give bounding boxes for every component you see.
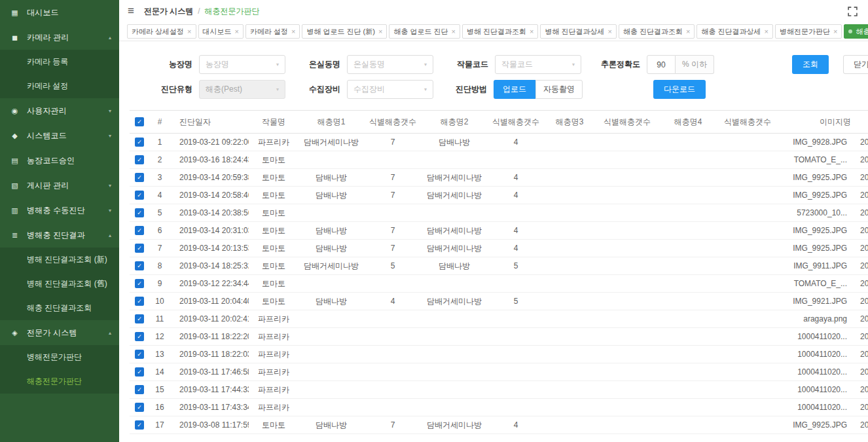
table-row[interactable]: 32019-03-14 20:59:38토마토담배나방7담배거세미나방4IMG_… [130,169,868,187]
table-row[interactable]: 22019-03-16 18:24:43토마토TOMATO_E_...2019 [130,151,868,169]
cell [660,416,716,434]
table-row[interactable]: 72019-03-14 20:13:53토마토담배나방7담배거세미나방4IMG_… [130,240,868,257]
tab-close-icon[interactable]: × [530,28,533,35]
sidebar-subitem-1-0[interactable]: 카메라 등록 [0,50,119,74]
row-checkbox[interactable] [135,385,144,394]
auto-capture-method-button[interactable]: 자동촬영 [535,80,583,99]
download-button[interactable]: 다운로드 [653,80,706,99]
cell: 7 [149,240,170,257]
row-checkbox[interactable] [135,350,144,359]
hamburger-menu-icon[interactable]: ≡ [128,5,134,18]
diagnosis-type-select-value: 해충(Pest) [206,84,242,95]
sidebar-subitem-1-1[interactable]: 카메라 설정 [0,74,119,98]
row-checkbox[interactable] [135,420,144,430]
tab-3[interactable]: 병해 업로드 진단 (新)× [302,24,387,39]
cell: 7 [364,169,422,187]
row-checkbox[interactable] [135,208,144,217]
row-checkbox[interactable] [135,279,144,288]
table-row[interactable]: 132019-03-11 18:22:03파프리카1000411020...20… [130,346,868,363]
tab-close-icon[interactable]: × [765,28,769,35]
row-checkbox[interactable] [135,261,144,270]
cell: IMG_9925.JPG [779,240,851,257]
cell: 담배나방 [298,293,364,310]
sidebar-item-0[interactable]: ▦대시보드 [0,0,119,25]
cell: 담배나방 [298,416,364,434]
farm-name-select[interactable]: 농장명 ▾ [199,55,285,74]
table-row[interactable]: 172019-03-08 11:17:59토마토담배나방7담배거세미나방4IMG… [130,416,868,434]
tab-5[interactable]: 병해 진단결과조회× [462,24,539,39]
app: ▦대시보드◼카메라 관리▴카메라 등록카메라 설정◉사용자관리▾◆시스템코드▾▤… [0,0,868,442]
row-checkbox[interactable] [135,173,144,182]
tab-1[interactable]: 대시보드× [198,24,244,39]
table-row[interactable]: 112019-03-11 20:02:41파프리카aragaya.png201 [130,310,868,328]
table-row[interactable]: 12019-03-21 09:22:00파프리카담배거세미나방7담배나방4IMG… [130,134,868,151]
column-header-5: 해충명2 [422,111,487,134]
greenhouse-select[interactable]: 온실동명 ▾ [347,55,433,74]
tab-8[interactable]: 해충 진단결과상세× [696,24,773,39]
sidebar-item-4[interactable]: ▤농장코드승인 [0,148,119,173]
tab-close-icon[interactable]: × [452,28,456,35]
tab-close-icon[interactable]: × [686,28,690,35]
tab-0[interactable]: 카메라 상세설정× [127,24,196,39]
tab-4[interactable]: 해충 업로드 진단× [389,24,460,39]
cell [716,328,779,346]
table-row[interactable]: 62019-03-14 20:31:03토마토담배나방7담배거세미나방4IMG_… [130,222,868,240]
sidebar-subitem-7-2[interactable]: 해충 진단결과조회 [0,296,119,320]
tab-close-icon[interactable]: × [235,28,239,35]
accuracy-filter: 추론정확도 % 이하 [601,55,714,74]
search-button[interactable]: 조회 [792,55,829,74]
sidebar-item-5[interactable]: ▧게시판 관리▾ [0,173,119,198]
row-checkbox[interactable] [135,226,144,235]
cell [716,240,779,257]
crop-code-select[interactable]: 작물코드 ▾ [495,55,581,74]
sidebar-subitem-7-1[interactable]: 병해 진단결과조회 (舊) [0,272,119,296]
sidebar-subitem-8-0[interactable]: 병해전문가판단 [0,345,119,369]
tab-close-icon[interactable]: × [291,28,295,35]
sidebar-subitem-8-1[interactable]: 해충전문가판단 [0,369,119,394]
upload-method-button[interactable]: 업로드 [494,80,535,99]
sidebar-item-2[interactable]: ◉사용자관리▾ [0,98,119,123]
table-row[interactable]: 82019-03-14 18:25:32토마토담배거세미나방5담배나방5IMG_… [130,257,868,275]
tab-10[interactable]: 해충전문가판단× [844,24,868,39]
row-checkbox[interactable] [135,297,144,306]
table-row[interactable]: 152019-03-11 17:44:33파프리카1000411020...20… [130,381,868,399]
table-row[interactable]: 122019-03-11 18:22:20파프리카1000411020...20… [130,328,868,346]
cell: 담배나방 [422,134,487,151]
close-button[interactable]: 닫기 [843,55,868,74]
sidebar-item-7[interactable]: ≣병해충 진단결과▴ [0,223,119,248]
sidebar-item-1[interactable]: ◼카메라 관리▴ [0,25,119,50]
sidebar-subitem-7-0[interactable]: 병해 진단결과조회 (新) [0,248,119,272]
row-checkbox[interactable] [135,138,144,147]
row-checkbox[interactable] [135,332,144,341]
select-all-checkbox[interactable] [135,117,144,126]
tab-close-icon[interactable]: × [187,28,191,35]
table-row[interactable]: 42019-03-14 20:58:46토마토담배나방7담배거세미나방4IMG_… [130,187,868,204]
fullscreen-icon[interactable] [848,7,858,16]
row-checkbox[interactable] [135,155,144,164]
cell: 파프리카 [249,328,298,346]
sidebar-item-8[interactable]: ◈전문가 시스템▴ [0,320,119,345]
sidebar-subitem-label: 카메라 설정 [27,81,68,92]
tab-2[interactable]: 카메라 설정× [245,24,300,39]
tab-close-icon[interactable]: × [833,28,837,35]
accuracy-input[interactable] [647,55,676,74]
table-row[interactable]: 92019-03-12 22:34:44토마토TOMATO_E_...2019 [130,275,868,293]
row-checkbox[interactable] [135,244,144,253]
row-checkbox[interactable] [135,367,144,377]
table-row[interactable]: 52019-03-14 20:38:56토마토5723000_10...201 [130,204,868,222]
tab-7[interactable]: 해충 진단결과조회× [619,24,695,39]
tab-close-icon[interactable]: × [608,28,612,35]
tab-9[interactable]: 병해전문가판단× [775,24,842,39]
sidebar-item-3[interactable]: ◆시스템코드▾ [0,123,119,148]
tab-close-icon[interactable]: × [378,28,382,35]
table-row[interactable]: 142019-03-11 17:46:58파프리카1000411020...20… [130,363,868,381]
table-row[interactable]: 162019-03-11 17:43:34파프리카1000411020...20… [130,399,868,416]
table-row[interactable]: 102019-03-11 20:04:40토마토담배나방4담배거세미나방5IMG… [130,293,868,310]
diagnosis-type-select[interactable]: 해충(Pest) ▾ [199,80,285,99]
device-select[interactable]: 수집장비 ▾ [347,80,433,99]
row-checkbox[interactable] [135,314,144,323]
sidebar-item-6[interactable]: ▥병해충 수동진단▾ [0,198,119,223]
row-checkbox[interactable] [135,403,144,412]
row-checkbox[interactable] [135,191,144,200]
tab-6[interactable]: 병해 진단결과상세× [540,24,617,39]
